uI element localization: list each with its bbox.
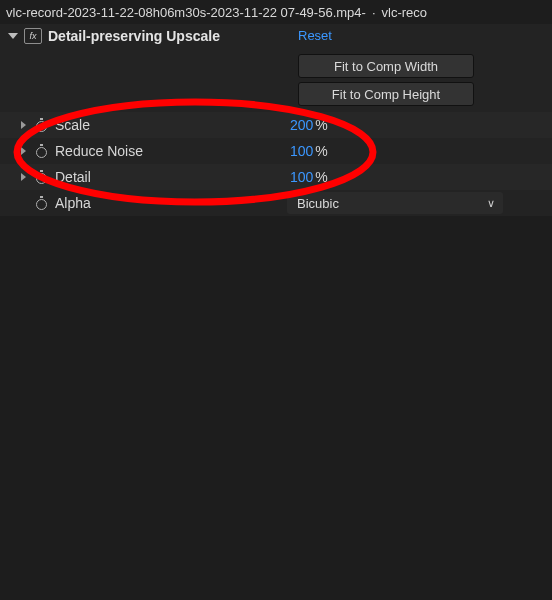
stopwatch-icon[interactable] [34, 170, 49, 185]
property-row-reduce-noise: Reduce Noise 100% [0, 138, 552, 164]
property-unit: % [315, 117, 327, 133]
property-row-detail: Detail 100% [0, 164, 552, 190]
property-value-detail[interactable]: 100 [290, 169, 313, 185]
effect-header: fx Detail-preserving Upscale Reset [0, 24, 552, 56]
reset-link[interactable]: Reset [298, 28, 332, 43]
stopwatch-icon[interactable] [34, 118, 49, 133]
property-row-alpha: Alpha Bicubic ∨ [0, 190, 552, 216]
fit-to-comp-height-button[interactable]: Fit to Comp Height [298, 82, 474, 106]
chevron-down-icon: ∨ [487, 197, 495, 210]
property-row-scale: Scale 200% [0, 112, 552, 138]
property-label: Alpha [55, 195, 91, 211]
effect-name[interactable]: Detail-preserving Upscale [48, 28, 220, 44]
tab-next[interactable]: vlc-reco [382, 5, 428, 20]
property-value-reduce-noise[interactable]: 100 [290, 143, 313, 159]
property-unit: % [315, 169, 327, 185]
fx-toggle-icon[interactable]: fx [24, 28, 42, 44]
disclosure-icon[interactable] [18, 172, 28, 183]
disclosure-icon[interactable] [18, 146, 28, 157]
fit-to-comp-width-button[interactable]: Fit to Comp Width [298, 54, 474, 78]
dropdown-selected: Bicubic [297, 196, 339, 211]
property-unit: % [315, 143, 327, 159]
tab-separator: · [372, 5, 376, 20]
property-value-scale[interactable]: 200 [290, 117, 313, 133]
tab-strip: vlc-record-2023-11-22-08h06m30s-2023-11-… [0, 0, 552, 24]
stopwatch-icon[interactable] [34, 144, 49, 159]
stopwatch-icon[interactable] [34, 196, 49, 211]
property-label: Scale [55, 117, 90, 133]
fit-buttons-group: Fit to Comp Width Fit to Comp Height [298, 54, 552, 106]
tab-active[interactable]: vlc-record-2023-11-22-08h06m30s-2023-11-… [6, 5, 366, 20]
property-label: Detail [55, 169, 91, 185]
alpha-dropdown[interactable]: Bicubic ∨ [287, 192, 503, 214]
disclosure-icon[interactable] [18, 120, 28, 131]
property-label: Reduce Noise [55, 143, 143, 159]
effect-controls-panel: fx Detail-preserving Upscale Reset Fit t… [0, 24, 552, 216]
effect-disclosure-icon[interactable] [8, 33, 18, 39]
